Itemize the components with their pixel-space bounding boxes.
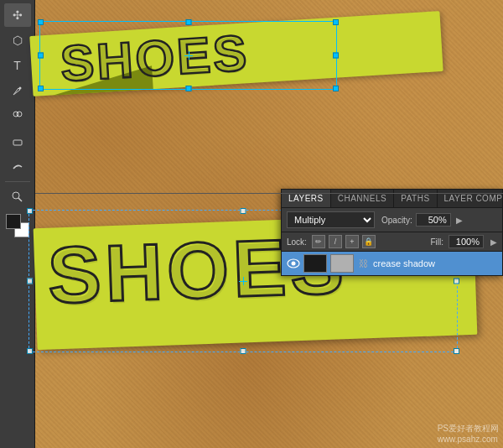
toolbar: ✣ ⬡ T [0, 0, 35, 448]
canvas-area: ✣ ⬡ T SHOES [0, 0, 503, 448]
svg-point-7 [292, 262, 296, 266]
blend-mode-select[interactable]: Multiply Normal Screen Overlay [287, 211, 375, 228]
handle-br[interactable] [333, 86, 339, 91]
lock-icons: ✏ / + 🔒 [312, 235, 376, 248]
lock-label: Lock: [287, 237, 307, 247]
layers-panel: LAYERS CHANNELS PATHS LAYER COMPS Multip… [281, 189, 503, 276]
zoom-tool[interactable] [4, 185, 31, 209]
color-boxes[interactable] [6, 214, 29, 237]
foreground-color[interactable] [6, 214, 21, 229]
opacity-label: Opacity: [381, 216, 412, 225]
handle-tc[interactable] [185, 19, 191, 25]
lock-pixel-btn[interactable]: ✏ [312, 235, 325, 248]
lower-handle-br[interactable] [454, 348, 459, 354]
watermark: PS爱好者教程网 www.psahz.com [438, 423, 499, 444]
upper-banner: SHOES [35, 17, 488, 105]
layer-name-label: crease shadow [373, 258, 497, 268]
separator-line [35, 193, 503, 194]
smudge-tool[interactable] [4, 154, 31, 178]
lasso-tool[interactable]: ⬡ [4, 29, 31, 52]
move-tool[interactable]: ✣ [4, 3, 31, 27]
opacity-input[interactable] [416, 213, 451, 227]
lock-position-btn[interactable]: + [345, 235, 359, 248]
layer-chain-icon: ⛓ [359, 258, 368, 268]
opacity-expand[interactable]: ▶ [456, 216, 463, 225]
lock-all-btn[interactable]: 🔒 [362, 235, 376, 248]
watermark-line2: www.psahz.com [438, 435, 499, 444]
stamp-tool[interactable] [4, 104, 31, 128]
svg-line-5 [18, 198, 22, 201]
watermark-line1: PS爱好者教程网 [438, 423, 499, 435]
svg-rect-3 [13, 140, 22, 145]
svg-point-4 [13, 192, 19, 199]
svg-point-2 [17, 112, 22, 117]
pen-tool[interactable] [4, 79, 31, 102]
fill-input[interactable] [449, 235, 484, 248]
layer-row-crease-shadow[interactable]: ⛓ crease shadow [282, 252, 502, 275]
lower-handle-tc[interactable] [241, 208, 246, 214]
type-tool[interactable]: T [4, 54, 31, 77]
lock-row: Lock: ✏ / + 🔒 Fill: ▶ [282, 232, 502, 252]
blend-mode-row: Multiply Normal Screen Overlay Opacity: … [282, 208, 502, 232]
fill-label: Fill: [430, 237, 443, 247]
layer-mask-thumbnail [330, 254, 354, 273]
upper-shoes-text: SHOES [59, 23, 251, 93]
eraser-tool[interactable] [4, 129, 31, 153]
handle-tl[interactable] [38, 19, 44, 25]
lock-image-btn[interactable]: / [329, 235, 342, 248]
toolbar-sep [5, 181, 30, 182]
layer-thumbnail [303, 254, 327, 273]
layer-visibility-icon[interactable] [287, 257, 300, 270]
lower-handle-bc[interactable] [241, 348, 246, 354]
fill-expand[interactable]: ▶ [490, 237, 497, 247]
svg-point-0 [18, 87, 21, 90]
